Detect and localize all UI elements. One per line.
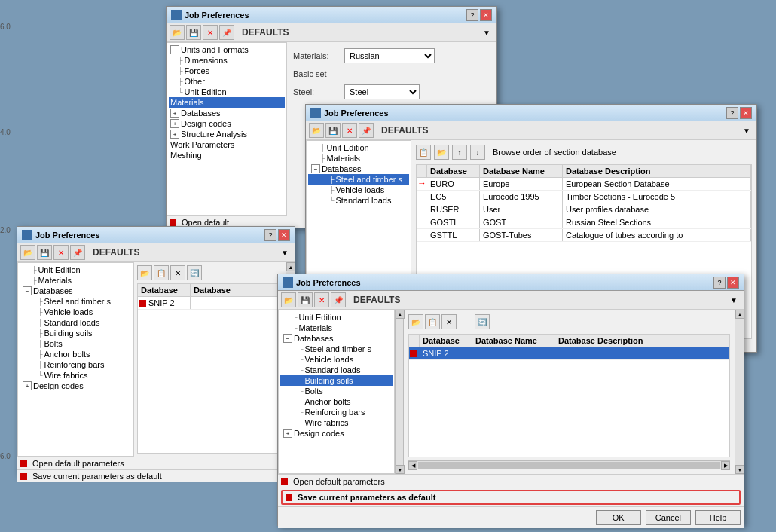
tree-item-forces[interactable]: ├ Forces bbox=[169, 66, 285, 76]
scroll-up-3[interactable]: ▲ bbox=[286, 262, 295, 271]
tree-item-databases[interactable]: + Databases bbox=[169, 108, 285, 118]
tree-panel-4[interactable]: ├Unit Edition ├Materials −Databases ├Ste… bbox=[278, 310, 395, 474]
tree4-ue[interactable]: ├Unit Edition bbox=[280, 312, 393, 323]
db-row-euro[interactable]: → EURO Europe European Section Database bbox=[417, 178, 751, 191]
close-btn-1[interactable]: ✕ bbox=[480, 9, 492, 21]
close-x-btn-4[interactable]: ✕ bbox=[314, 292, 329, 307]
scroll-right-4[interactable]: ▶ bbox=[721, 461, 730, 470]
tree3-mat[interactable]: ├Materials bbox=[20, 275, 132, 286]
help-btn-2[interactable]: ? bbox=[726, 107, 738, 119]
save-btn-2[interactable]: 💾 bbox=[325, 123, 341, 138]
icon3-4[interactable]: 🔄 bbox=[187, 265, 202, 280]
scrollbar-h-4[interactable]: ◀ ▶ bbox=[408, 460, 730, 469]
tree4-vehicle[interactable]: ├Vehicle loads bbox=[280, 354, 393, 365]
icon4-3[interactable]: ✕ bbox=[441, 314, 457, 329]
tree-item-other[interactable]: ├ Other bbox=[169, 76, 285, 87]
tree-item-unit-edition[interactable]: └ Unit Edition bbox=[169, 87, 285, 97]
scroll-left-4[interactable]: ◀ bbox=[408, 461, 417, 470]
dropdown-arrow-4[interactable]: ▼ bbox=[730, 296, 738, 304]
scroll-down-4[interactable]: ▼ bbox=[735, 465, 744, 474]
dropdown-arrow-2[interactable]: ▼ bbox=[743, 127, 750, 135]
tree-scrollbar-4[interactable]: ▲ ▼ bbox=[395, 310, 404, 474]
db-row-ruser[interactable]: RUSER User User profiles database bbox=[417, 203, 751, 216]
tree-panel-3[interactable]: ├Unit Edition ├Materials −Databases ├Ste… bbox=[17, 262, 134, 457]
title-bar-2[interactable]: Job Preferences ? ✕ bbox=[306, 105, 756, 121]
save-default-label-4[interactable]: Save current parameters as default bbox=[298, 493, 435, 502]
tree2-steel[interactable]: ├ Steel and timber s bbox=[308, 174, 409, 185]
icon4-4[interactable]: 🔄 bbox=[475, 314, 490, 329]
open-default-label-4[interactable]: Open default parameters bbox=[293, 477, 385, 486]
expander-units[interactable]: − bbox=[170, 45, 179, 54]
browse-down-icon[interactable]: ↓ bbox=[470, 145, 485, 160]
expander-db[interactable]: + bbox=[170, 109, 179, 118]
scrollbar-v-4[interactable]: ▲ ▼ bbox=[735, 310, 744, 474]
tree2-standard[interactable]: └ Standard loads bbox=[308, 195, 409, 206]
title-bar-4[interactable]: Job Preferences ? ✕ bbox=[278, 274, 744, 291]
help-btn-4[interactable]: ? bbox=[713, 277, 726, 289]
dropdown-arrow-3[interactable]: ▼ bbox=[281, 249, 289, 257]
tree2-db[interactable]: − Databases bbox=[308, 164, 409, 174]
tree2-mat[interactable]: ├ Materials bbox=[308, 153, 409, 164]
dropdown-arrow-1[interactable]: ▼ bbox=[483, 29, 490, 37]
tree3-ue[interactable]: ├Unit Edition bbox=[20, 264, 132, 275]
tree3-standard[interactable]: ├Standard loads bbox=[20, 317, 132, 328]
ok-button-4[interactable]: OK bbox=[596, 510, 641, 525]
db-row-snip2-4[interactable]: SNIP 2 bbox=[409, 347, 729, 360]
steel-select[interactable]: Steel bbox=[344, 84, 420, 99]
db-row-ec5[interactable]: EC5 Eurocode 1995 Timber Sections - Euro… bbox=[417, 191, 751, 203]
tree-panel-1[interactable]: − Units and Formats ├ Dimensions ├ Force… bbox=[167, 42, 287, 216]
open-btn-4[interactable]: 📂 bbox=[281, 292, 296, 307]
tree3-dc[interactable]: +Design codes bbox=[20, 381, 132, 391]
help-button-4[interactable]: Help bbox=[695, 510, 741, 525]
tree-item-work-params[interactable]: Work Parameters bbox=[169, 139, 285, 150]
title-bar-3[interactable]: Job Preferences ? ✕ bbox=[17, 227, 295, 243]
icon3-1[interactable]: 📂 bbox=[137, 265, 152, 280]
pin-btn-1[interactable]: 📌 bbox=[219, 25, 234, 40]
close-btn-2[interactable]: ✕ bbox=[740, 107, 752, 119]
tree-scroll-3[interactable]: ├Unit Edition ├Materials −Databases ├Ste… bbox=[20, 264, 132, 454]
tree3-wire[interactable]: └Wire fabrics bbox=[20, 370, 132, 381]
icon4-1[interactable]: 📂 bbox=[408, 314, 423, 329]
tree-item-dimensions[interactable]: ├ Dimensions bbox=[169, 55, 285, 66]
tree-item-structure-analysis[interactable]: + Structure Analysis bbox=[169, 129, 285, 139]
browse-icon-1[interactable]: 📋 bbox=[416, 145, 431, 160]
close-x-btn-2[interactable]: ✕ bbox=[342, 123, 357, 138]
expander-dc[interactable]: + bbox=[170, 119, 179, 128]
open-btn-1[interactable]: 📂 bbox=[170, 25, 185, 40]
db-row-gostl[interactable]: GOSTL GOST Russian Steel Sections bbox=[417, 216, 751, 229]
tree3-building[interactable]: ├Building soils bbox=[20, 328, 132, 338]
icon3-3[interactable]: ✕ bbox=[170, 265, 185, 280]
open-btn-2[interactable]: 📂 bbox=[309, 123, 324, 138]
close-x-btn-1[interactable]: ✕ bbox=[203, 25, 218, 40]
tree3-steel[interactable]: ├Steel and timber s bbox=[20, 296, 132, 307]
tree4-bolts[interactable]: ├Bolts bbox=[280, 386, 393, 396]
open-default-label-3[interactable]: Open default parameters bbox=[32, 459, 124, 468]
scroll-up-4[interactable]: ▲ bbox=[735, 310, 744, 319]
title-bar-1[interactable]: Job Preferences ? ✕ bbox=[167, 7, 496, 23]
tree4-anchor[interactable]: ├Anchor bolts bbox=[280, 396, 393, 407]
save-btn-3[interactable]: 💾 bbox=[37, 245, 52, 260]
cancel-button-4[interactable]: Cancel bbox=[646, 510, 691, 525]
open-btn-3[interactable]: 📂 bbox=[20, 245, 35, 260]
tree-item-materials[interactable]: Materials bbox=[169, 97, 285, 108]
help-btn-3[interactable]: ? bbox=[264, 229, 276, 241]
pin-btn-4[interactable]: 📌 bbox=[331, 292, 346, 307]
tree-item-units[interactable]: − Units and Formats bbox=[169, 44, 285, 55]
materials-select[interactable]: Russian bbox=[344, 48, 435, 63]
pin-btn-2[interactable]: 📌 bbox=[359, 123, 374, 138]
tree4-wire[interactable]: └Wire fabrics bbox=[280, 417, 393, 428]
tree3-vehicle[interactable]: ├Vehicle loads bbox=[20, 307, 132, 317]
tree3-bolts[interactable]: ├Bolts bbox=[20, 338, 132, 349]
tree3-anchor[interactable]: ├Anchor bolts bbox=[20, 349, 132, 359]
tree4-db[interactable]: −Databases bbox=[280, 333, 393, 344]
save-default-label-3[interactable]: Save current parameters as default bbox=[32, 472, 162, 481]
tree4-building[interactable]: ├Building soils bbox=[280, 375, 393, 386]
tree-item-design-codes[interactable]: + Design codes bbox=[169, 118, 285, 129]
db-row-snip2-3[interactable]: SNIP 2 bbox=[138, 297, 282, 310]
close-btn-4[interactable]: ✕ bbox=[727, 277, 739, 289]
tree4-dc[interactable]: +Design codes bbox=[280, 428, 393, 439]
tree3-rebar[interactable]: ├Reinforcing bars bbox=[20, 359, 132, 370]
expander-sa[interactable]: + bbox=[170, 130, 179, 139]
close-x-btn-3[interactable]: ✕ bbox=[53, 245, 69, 260]
tree4-mat[interactable]: ├Materials bbox=[280, 323, 393, 333]
